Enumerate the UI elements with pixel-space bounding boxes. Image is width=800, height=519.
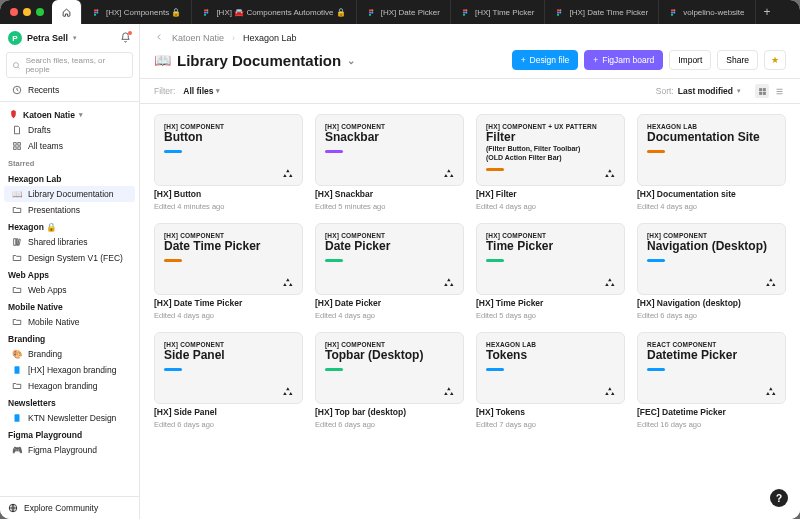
project-design-system-v1[interactable]: Design System V1 (FEC): [4, 250, 135, 266]
tab[interactable]: [52, 0, 82, 24]
sort-label: Sort:: [656, 86, 674, 96]
file-card[interactable]: [HX] COMPONENT + UX PATTERNFilter(Filter…: [476, 114, 625, 211]
file-card[interactable]: HEXAGON LABDocumentation Site[HX] Docume…: [637, 114, 786, 211]
org-switcher[interactable]: Katoen Natie ▾: [0, 105, 139, 122]
teams-icon: [12, 141, 22, 151]
team-hexagon[interactable]: Hexagon 🔒: [0, 218, 139, 234]
project-hx-hexagon-branding[interactable]: [HX] Hexagon branding: [4, 362, 135, 378]
svg-point-1: [96, 9, 98, 11]
file-thumbnail: [HX] COMPONENTDate Time Picker: [154, 223, 303, 295]
chevron-down-icon: ▾: [737, 87, 741, 95]
svg-point-4: [94, 13, 96, 15]
file-card[interactable]: HEXAGON LABTokens[HX] TokensEdited 7 day…: [476, 332, 625, 429]
org-logo-icon: [8, 109, 19, 120]
project-figma-playground[interactable]: 🎮 Figma Playground: [4, 442, 135, 458]
file-name: [HX] Date Time Picker: [154, 298, 303, 308]
new-design-file-button[interactable]: +Design file: [512, 50, 579, 70]
tab[interactable]: [HX] Components 🔒: [82, 0, 192, 24]
figma-icon: [669, 8, 678, 17]
share-button[interactable]: Share: [717, 50, 758, 70]
svg-point-14: [369, 13, 371, 15]
import-button[interactable]: Import: [669, 50, 711, 70]
plus-icon: +: [521, 55, 526, 65]
file-card[interactable]: REACT COMPONENTDatetime Picker[FEC] Date…: [637, 332, 786, 429]
all-teams-link[interactable]: All teams: [4, 138, 135, 154]
svg-point-22: [557, 11, 559, 13]
project-mobile-native[interactable]: Mobile Native: [4, 314, 135, 330]
sort-dropdown[interactable]: Sort: Last modified ▾: [656, 86, 741, 96]
help-button[interactable]: ?: [770, 489, 788, 507]
file-edited-time: Edited 4 days ago: [637, 202, 786, 211]
status-chip: [325, 150, 343, 153]
file-card[interactable]: [HX] COMPONENTSnackbar[HX] SnackbarEdite…: [315, 114, 464, 211]
folder-icon: [12, 205, 22, 215]
team-mobile-native[interactable]: Mobile Native: [0, 298, 139, 314]
tab[interactable]: [HX] Date Picker: [357, 0, 451, 24]
file-card[interactable]: [HX] COMPONENTDate Picker[HX] Date Picke…: [315, 223, 464, 320]
crumb-org[interactable]: Katoen Natie: [172, 33, 224, 43]
cover-title: Date Time Picker: [164, 240, 293, 253]
maximize-window-icon[interactable]: [36, 8, 44, 16]
file-card[interactable]: [HX] COMPONENTNavigation (Desktop)[HX] N…: [637, 223, 786, 320]
page-title: Library Documentation: [177, 52, 341, 69]
library-icon: [12, 237, 22, 247]
explore-community-link[interactable]: Explore Community: [0, 496, 139, 519]
team-figma-playground[interactable]: Figma Playground: [0, 426, 139, 442]
component-icon: [443, 168, 457, 180]
project-hexagon-branding[interactable]: Hexagon branding: [4, 378, 135, 394]
file-thumbnail: [HX] COMPONENTNavigation (Desktop): [637, 223, 786, 295]
notification-dot-icon: [128, 31, 132, 35]
status-chip: [647, 368, 665, 371]
project-library-documentation[interactable]: 📖 Library Documentation: [4, 186, 135, 202]
minimize-window-icon[interactable]: [23, 8, 31, 16]
tab-label: [HX] Date Picker: [381, 8, 440, 17]
svg-point-8: [207, 11, 209, 13]
tab[interactable]: [HX] Date Time Picker: [545, 0, 659, 24]
drafts-link[interactable]: Drafts: [4, 122, 135, 138]
svg-rect-35: [18, 147, 20, 150]
search-input[interactable]: Search files, teams, or people: [6, 52, 133, 78]
project-web-apps[interactable]: Web Apps: [4, 282, 135, 298]
file-card[interactable]: [HX] COMPONENTSide Panel[HX] Side PanelE…: [154, 332, 303, 429]
file-card[interactable]: [HX] COMPONENTTopbar (Desktop)[HX] Top b…: [315, 332, 464, 429]
cover-eyebrow: [HX] COMPONENT: [486, 232, 615, 239]
tab[interactable]: volpelino-website: [659, 0, 755, 24]
svg-point-3: [96, 11, 98, 13]
file-edited-time: Edited 5 minutes ago: [315, 202, 464, 211]
file-grid-scroll[interactable]: [HX] COMPONENTButton[HX] ButtonEdited 4 …: [140, 104, 800, 519]
user-switcher[interactable]: P Petra Sell ▾: [0, 24, 139, 49]
tab[interactable]: [HX] 🚘 Components Automotive 🔒: [192, 0, 356, 24]
project-presentations[interactable]: Presentations: [4, 202, 135, 218]
project-ktn-newsletter[interactable]: KTN Newsletter Design: [4, 410, 135, 426]
team-branding[interactable]: Branding: [0, 330, 139, 346]
recents-link[interactable]: Recents: [4, 82, 135, 98]
team-web-apps[interactable]: Web Apps: [0, 266, 139, 282]
filter-all-files[interactable]: All files ▾: [183, 86, 220, 96]
project-branding[interactable]: 🎨 Branding: [4, 346, 135, 362]
file-card[interactable]: [HX] COMPONENTTime Picker[HX] Time Picke…: [476, 223, 625, 320]
new-tab-button[interactable]: +: [756, 5, 779, 19]
notifications-button[interactable]: [120, 32, 131, 45]
cover-title: Time Picker: [486, 240, 615, 253]
list-view-button[interactable]: [772, 84, 786, 98]
svg-point-6: [207, 9, 209, 11]
team-newsletters[interactable]: Newsletters: [0, 394, 139, 410]
tab[interactable]: [HX] Time Picker: [451, 0, 546, 24]
cover-eyebrow: [HX] COMPONENT: [164, 341, 293, 348]
cover-title: Side Panel: [164, 349, 293, 362]
figma-file-icon: [12, 365, 22, 375]
star-button[interactable]: ★: [764, 50, 786, 70]
new-figjam-button[interactable]: +FigJam board: [584, 50, 663, 70]
back-button[interactable]: [154, 32, 164, 44]
close-window-icon[interactable]: [10, 8, 18, 16]
folder-title[interactable]: 📖 Library Documentation ⌄: [154, 52, 355, 69]
file-thumbnail: [HX] COMPONENTTopbar (Desktop): [315, 332, 464, 404]
grid-view-button[interactable]: [755, 84, 769, 98]
file-thumbnail: [HX] COMPONENTButton: [154, 114, 303, 186]
project-shared-libraries[interactable]: Shared libraries: [4, 234, 135, 250]
file-card[interactable]: [HX] COMPONENTDate Time Picker[HX] Date …: [154, 223, 303, 320]
team-hexagon-lab[interactable]: Hexagon Lab: [0, 170, 139, 186]
crumb-team[interactable]: Hexagon Lab: [243, 33, 297, 43]
component-icon: [604, 386, 618, 398]
file-card[interactable]: [HX] COMPONENTButton[HX] ButtonEdited 4 …: [154, 114, 303, 211]
